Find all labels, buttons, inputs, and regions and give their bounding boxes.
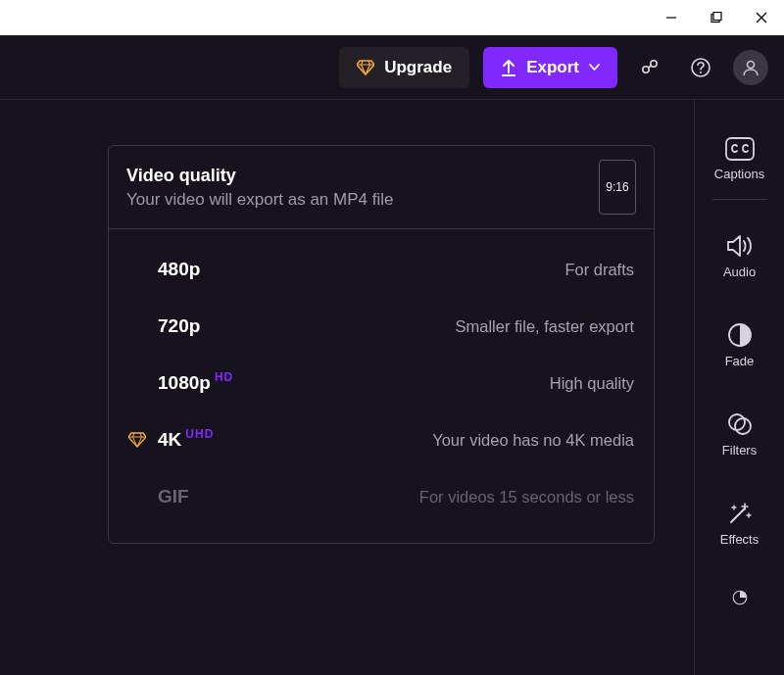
- quality-option-480p[interactable]: 480p For drafts: [128, 241, 634, 298]
- help-icon: [690, 57, 711, 78]
- svg-rect-12: [726, 138, 754, 160]
- fade-icon: [727, 322, 753, 348]
- chevron-down-icon: [589, 64, 600, 72]
- upload-icon: [501, 59, 516, 76]
- effects-icon: [727, 501, 753, 526]
- help-button[interactable]: [682, 49, 719, 86]
- svg-rect-2: [713, 13, 721, 21]
- share-icon: [639, 57, 661, 78]
- export-quality-title: Video quality: [126, 166, 583, 186]
- person-icon: [741, 58, 760, 77]
- sidebar-item-captions[interactable]: Captions: [695, 129, 784, 189]
- quality-option-4k[interactable]: 4K UHD Your video has no 4K media: [128, 411, 634, 468]
- sidebar: Captions Audio Fade Filters Effects: [694, 100, 784, 675]
- aspect-ratio-value: 9:16: [606, 180, 628, 194]
- quality-option-gif: GIF For videos 15 seconds or less: [128, 468, 634, 525]
- quality-option-720p[interactable]: 720p Smaller file, faster export: [128, 298, 634, 355]
- window-close-button[interactable]: [739, 0, 784, 35]
- quality-option-name: 720p: [158, 315, 200, 337]
- quality-option-desc: For drafts: [200, 261, 634, 279]
- export-quality-list: 480p For drafts 720p Smaller file, faste…: [109, 229, 654, 543]
- sidebar-item-partial[interactable]: [695, 582, 784, 613]
- diamond-icon: [357, 60, 374, 75]
- upgrade-label: Upgrade: [384, 58, 452, 77]
- quality-option-badge: HD: [215, 370, 233, 384]
- quality-option-desc: High quality: [233, 374, 634, 393]
- quality-option-name: GIF: [158, 486, 189, 507]
- sidebar-item-label: Captions: [714, 167, 764, 181]
- captions-icon: [725, 137, 755, 161]
- diamond-icon: [128, 432, 146, 448]
- share-button[interactable]: [631, 49, 668, 86]
- quality-option-desc: Your video has no 4K media: [214, 431, 634, 450]
- quality-option-name: 4K: [158, 429, 181, 451]
- quality-option-name: 1080p: [158, 372, 211, 394]
- quality-option-1080p[interactable]: 1080p HD High quality: [128, 355, 634, 411]
- topbar: Upgrade Export: [0, 35, 784, 100]
- window-minimize-button[interactable]: [649, 0, 694, 35]
- sidebar-item-label: Fade: [725, 354, 755, 368]
- quality-option-name: 480p: [158, 259, 200, 280]
- export-quality-subtitle: Your video will export as an MP4 file: [126, 190, 583, 210]
- speaker-icon: [726, 233, 754, 259]
- sidebar-item-filters[interactable]: Filters: [695, 404, 784, 465]
- svg-line-8: [649, 65, 652, 67]
- export-label: Export: [526, 58, 579, 77]
- sidebar-item-fade[interactable]: Fade: [695, 314, 784, 376]
- adjust-icon: [727, 590, 753, 605]
- filters-icon: [727, 411, 753, 437]
- window-titlebar: [0, 0, 784, 35]
- quality-option-badge: UHD: [185, 427, 214, 441]
- quality-option-desc: For videos 15 seconds or less: [189, 488, 634, 506]
- sidebar-divider: [712, 199, 767, 200]
- aspect-ratio-indicator[interactable]: 9:16: [599, 160, 636, 215]
- window-maximize-button[interactable]: [694, 0, 739, 35]
- export-quality-header: Video quality Your video will export as …: [109, 146, 654, 228]
- sidebar-item-label: Filters: [722, 443, 757, 458]
- sidebar-item-audio[interactable]: Audio: [695, 225, 784, 287]
- quality-option-desc: Smaller file, faster export: [200, 317, 634, 336]
- svg-point-11: [748, 61, 755, 68]
- upgrade-button[interactable]: Upgrade: [339, 47, 469, 88]
- sidebar-item-label: Effects: [720, 532, 760, 547]
- account-avatar[interactable]: [733, 50, 768, 85]
- svg-point-10: [700, 72, 702, 73]
- app-frame: Upgrade Export: [0, 35, 784, 675]
- export-quality-panel: Video quality Your video will export as …: [108, 145, 655, 544]
- svg-point-6: [643, 66, 649, 72]
- sidebar-item-label: Audio: [723, 265, 756, 279]
- sidebar-item-effects[interactable]: Effects: [695, 493, 784, 554]
- export-button[interactable]: Export: [483, 47, 617, 88]
